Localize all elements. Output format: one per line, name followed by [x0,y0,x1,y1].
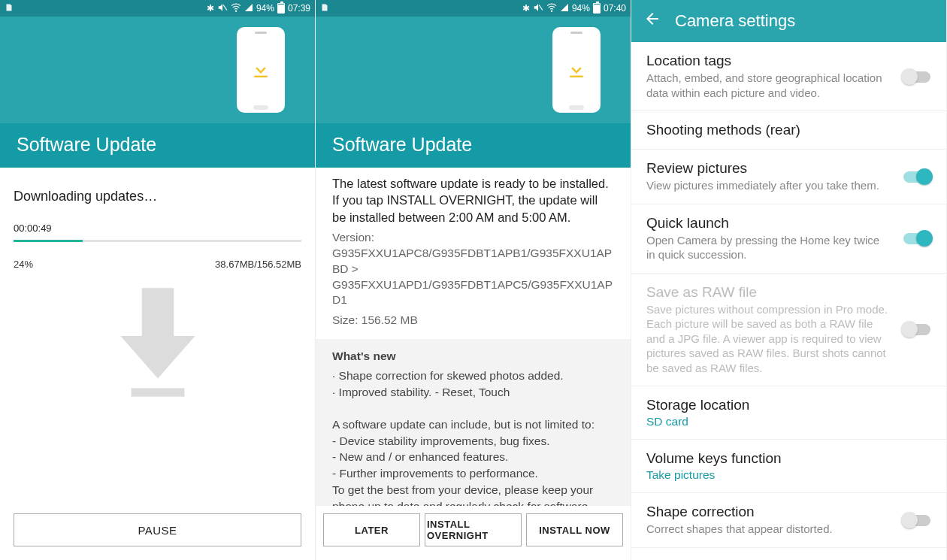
setting-title: Location tags [646,53,931,69]
setting-value: Take pictures [646,468,931,482]
download-body: Downloading updates… 00:00:49 24% 38.67M… [0,168,315,506]
back-button[interactable] [643,10,661,32]
svg-line-0 [223,5,227,10]
toggle-save-raw [901,320,933,338]
setting-review-pictures[interactable]: Review pictures View pictures immediatel… [631,150,946,204]
clock: 07:40 [604,3,626,14]
setting-shape-correction[interactable]: Shape correction Correct shapes that app… [631,493,946,548]
notification-icon [320,3,329,14]
panel-software-update-ready: ✱ 94% 07:40 Software Update The latest s… [316,0,631,560]
hero-banner [316,17,631,123]
setting-location-tags[interactable]: Location tags Attach, embed, and store g… [631,42,946,111]
setting-value: SD card [646,415,931,428]
battery-pct: 94% [256,3,274,14]
mute-icon [217,2,228,15]
clock: 07:39 [288,3,310,14]
update-intro: The latest software update is ready to b… [332,175,614,226]
update-body: The latest software update is ready to b… [316,168,631,506]
bluetooth-icon: ✱ [522,3,530,14]
mute-icon [533,2,543,15]
panel-camera-settings: Camera settings Location tags Attach, em… [631,0,947,560]
setting-reset-settings[interactable]: Reset settings [631,548,946,561]
battery-icon [593,3,601,14]
progress-bar-fill [14,240,83,242]
setting-quick-launch[interactable]: Quick launch Open Camera by pressing the… [631,204,946,274]
update-size: Size: 156.52 MB [332,313,614,328]
phone-download-icon [552,27,601,113]
download-status: Downloading updates… [14,189,301,204]
setting-volume-keys[interactable]: Volume keys function Take pictures [631,440,946,493]
settings-title: Camera settings [675,11,795,31]
setting-shooting-methods[interactable]: Shooting methods (rear) [631,111,946,150]
download-arrow-icon [14,277,301,506]
progress-bar [14,240,301,242]
install-now-button[interactable]: INSTALL NOW [526,513,623,546]
page-title: Software Update [316,123,631,168]
wifi-icon [231,2,241,15]
settings-header: Camera settings [631,0,946,42]
pause-button[interactable]: PAUSE [14,513,301,546]
status-bar: ✱ 94% 07:39 [0,0,315,17]
setting-sub: View pictures immediately after you take… [646,178,931,193]
whats-new-box: What's new · Shape correction for skewed… [316,339,631,506]
svg-point-4 [551,11,552,11]
later-button[interactable]: LATER [323,513,420,546]
battery-pct: 94% [572,3,590,14]
download-elapsed: 00:00:49 [14,222,301,234]
page-title: Software Update [0,123,315,168]
battery-icon [277,3,285,14]
toggle-review-pictures[interactable] [901,168,933,186]
phone-download-icon [237,27,285,113]
update-version: Version: G935FXXU1APC8/G935FDBT1APB1/G93… [332,230,614,309]
toggle-quick-launch[interactable] [901,229,933,247]
setting-title: Volume keys function [646,450,931,467]
svg-rect-2 [131,388,184,396]
setting-save-raw: Save as RAW file Save pictures without c… [631,274,946,387]
toggle-shape-correction[interactable] [901,511,933,529]
setting-sub: Save pictures without compression in Pro… [646,302,931,376]
hero-banner [0,17,315,123]
install-overnight-button[interactable]: INSTALL OVERNIGHT [425,513,522,546]
setting-title: Save as RAW file [646,284,931,301]
svg-line-3 [539,5,543,10]
whats-new-body: · Shape correction for skewed photos add… [332,368,614,506]
setting-title: Shooting methods (rear) [646,122,931,138]
wifi-icon [546,2,557,15]
setting-title: Shape correction [646,504,931,520]
whats-new-heading: What's new [332,348,614,365]
setting-title: Review pictures [646,160,931,177]
notification-icon [5,3,14,14]
setting-title: Storage location [646,397,931,413]
setting-sub: Correct shapes that appear distorted. [646,522,931,537]
progress-pct: 24% [14,259,33,270]
bluetooth-icon: ✱ [207,3,214,14]
panel-software-update-downloading: ✱ 94% 07:39 Software Update Downloading … [0,0,316,560]
signal-icon [244,3,253,14]
progress-size: 38.67MB/156.52MB [215,259,301,270]
toggle-location-tags[interactable] [901,68,933,86]
setting-storage-location[interactable]: Storage location SD card [631,386,946,440]
setting-sub: Open Camera by pressing the Home key twi… [646,233,931,262]
status-bar: ✱ 94% 07:40 [316,0,631,17]
setting-title: Quick launch [646,215,931,232]
svg-point-1 [235,11,236,11]
signal-icon [560,3,569,14]
setting-sub: Attach, embed, and store geographical lo… [646,71,931,100]
